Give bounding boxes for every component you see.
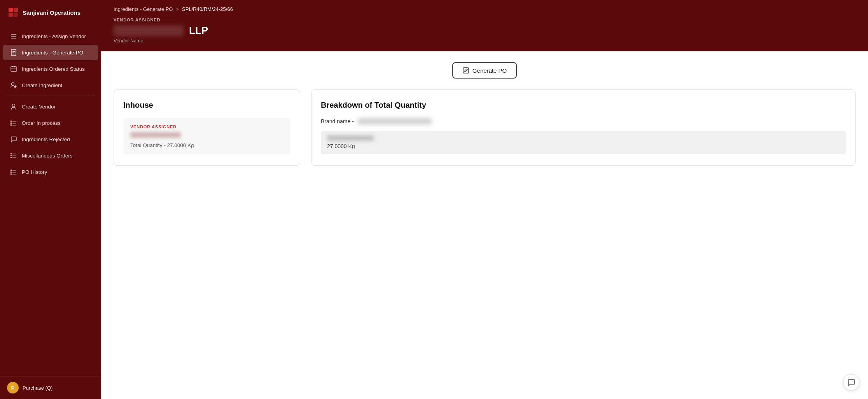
sidebar-item-ingredients-rejected[interactable]: Ingredients Rejected — [3, 131, 98, 147]
breadcrumb-current: SPL/R40/RM/24-25/66 — [182, 6, 233, 12]
page-content: Generate PO Inhouse VENDOR ASSIGNED Tota… — [101, 51, 868, 399]
history-icon — [10, 168, 17, 175]
svg-rect-0 — [9, 8, 13, 12]
sidebar-item-label: Create Vendor — [22, 104, 56, 110]
edit-icon — [462, 67, 469, 74]
svg-rect-28 — [12, 156, 16, 156]
generate-po-button[interactable]: Generate PO — [452, 62, 517, 79]
inhouse-card: Inhouse VENDOR ASSIGNED Total Quantity -… — [114, 89, 300, 166]
svg-rect-10 — [12, 54, 15, 54]
svg-rect-2 — [9, 13, 13, 17]
logo-area: Sanjivani Operations — [0, 0, 101, 25]
inhouse-vendor-name-blurred — [130, 132, 181, 138]
person-add-icon — [10, 82, 17, 89]
generate-po-label: Generate PO — [472, 67, 507, 74]
sidebar-item-create-ingredient[interactable]: Create Ingredient — [3, 77, 98, 93]
svg-rect-8 — [12, 51, 15, 52]
vendor-name-sublabel: Vendor Name — [114, 38, 856, 44]
topbar: Ingredients - Generate PO > SPL/R40/RM/2… — [101, 0, 868, 51]
breakdown-quantity: 27.0000 Kg — [327, 143, 840, 149]
inhouse-title: Inhouse — [123, 101, 290, 110]
chat-icon — [10, 136, 17, 143]
breakdown-card: Breakdown of Total Quantity Brand name -… — [311, 89, 856, 166]
sidebar-item-label: Ingredients - Assign Vendor — [22, 33, 86, 39]
svg-rect-5 — [11, 36, 16, 37]
svg-rect-32 — [12, 170, 16, 171]
svg-rect-34 — [12, 172, 16, 173]
breakdown-item-name-blurred — [327, 135, 374, 141]
generate-po-row: Generate PO — [114, 62, 856, 79]
inhouse-inner: VENDOR ASSIGNED Total Quantity - 27.0000… — [123, 118, 290, 154]
sidebar-user-area: P Purchase (Q) — [0, 376, 101, 399]
svg-rect-35 — [10, 173, 12, 175]
order-list-icon — [10, 119, 17, 126]
breakdown-quantity-row: 27.0000 Kg — [321, 131, 846, 154]
chat-bubble-button[interactable] — [843, 374, 859, 390]
breadcrumb: Ingredients - Generate PO > SPL/R40/RM/2… — [114, 6, 856, 12]
svg-rect-23 — [10, 124, 12, 126]
misc-icon — [10, 152, 17, 159]
svg-point-15 — [12, 83, 14, 86]
breadcrumb-parent: Ingredients - Generate PO — [114, 6, 173, 12]
sidebar: Sanjivani Operations Ingredients - Assig… — [0, 0, 101, 399]
sidebar-item-label: Order in process — [22, 120, 61, 126]
chat-bubble-icon — [847, 378, 856, 387]
brand-name-prefix: Brand name - — [321, 118, 354, 124]
svg-rect-14 — [11, 68, 16, 69]
calendar-icon — [10, 65, 17, 72]
sidebar-item-generate-po[interactable]: Ingredients - Generate PO — [3, 45, 98, 60]
user-avatar: P — [7, 382, 19, 394]
svg-rect-1 — [14, 8, 18, 12]
brand-name-row: Brand name - — [321, 118, 846, 124]
vendor-name-row: LLP — [114, 24, 856, 37]
user-name: Purchase (Q) — [23, 385, 52, 391]
svg-rect-29 — [10, 157, 12, 158]
svg-rect-22 — [12, 123, 16, 124]
sidebar-item-order-in-process[interactable]: Order in process — [3, 115, 98, 131]
svg-rect-30 — [12, 158, 16, 158]
sidebar-item-ordered-status[interactable]: Ingredients Ordered Status — [3, 61, 98, 77]
breadcrumb-separator: > — [176, 6, 179, 12]
svg-rect-21 — [10, 122, 12, 124]
app-title: Sanjivani Operations — [23, 9, 80, 16]
sidebar-item-miscellaneous-orders[interactable]: Miscellaneous Orders — [3, 148, 98, 163]
sidebar-item-assign-vendor[interactable]: Ingredients - Assign Vendor — [3, 28, 98, 44]
svg-rect-12 — [12, 66, 13, 67]
svg-rect-20 — [12, 121, 16, 122]
sidebar-item-create-vendor[interactable]: Create Vendor — [3, 99, 98, 114]
brand-name-blurred — [358, 118, 432, 124]
sidebar-item-label: Ingredients Ordered Status — [22, 66, 85, 72]
svg-rect-25 — [10, 153, 12, 154]
breakdown-title: Breakdown of Total Quantity — [321, 101, 846, 110]
sidebar-item-label: Ingredients - Generate PO — [22, 50, 83, 56]
sidebar-nav: Ingredients - Assign Vendor Ingredients … — [0, 25, 101, 376]
main-content: Ingredients - Generate PO > SPL/R40/RM/2… — [101, 0, 868, 399]
inhouse-total-quantity: Total Quantity - 27.0000 Kg — [130, 142, 284, 148]
svg-rect-4 — [11, 34, 16, 35]
svg-rect-37 — [463, 68, 469, 73]
svg-rect-6 — [11, 38, 16, 38]
sidebar-item-label: PO History — [22, 169, 47, 175]
svg-rect-3 — [14, 13, 18, 17]
svg-rect-27 — [10, 155, 12, 156]
person-icon — [10, 103, 17, 110]
vendor-llp-suffix: LLP — [189, 24, 208, 37]
svg-rect-9 — [12, 52, 14, 53]
sidebar-item-po-history[interactable]: PO History — [3, 164, 98, 180]
inhouse-vendor-assigned-tag: VENDOR ASSIGNED — [130, 124, 284, 129]
sidebar-item-label: Ingredients Rejected — [22, 136, 70, 142]
svg-rect-13 — [14, 66, 15, 67]
svg-rect-19 — [10, 121, 12, 122]
svg-rect-36 — [12, 174, 16, 175]
cards-row: Inhouse VENDOR ASSIGNED Total Quantity -… — [114, 89, 856, 166]
vendor-name-blurred — [114, 25, 184, 36]
app-logo-icon — [8, 7, 19, 18]
list-icon — [10, 33, 17, 40]
nav-divider — [6, 96, 95, 96]
svg-rect-24 — [12, 125, 16, 126]
svg-rect-11 — [11, 66, 16, 72]
vendor-assigned-header-label: VENDOR ASSIGNED — [114, 18, 856, 22]
svg-rect-26 — [12, 154, 16, 154]
svg-rect-33 — [10, 172, 12, 173]
svg-rect-31 — [10, 170, 12, 171]
